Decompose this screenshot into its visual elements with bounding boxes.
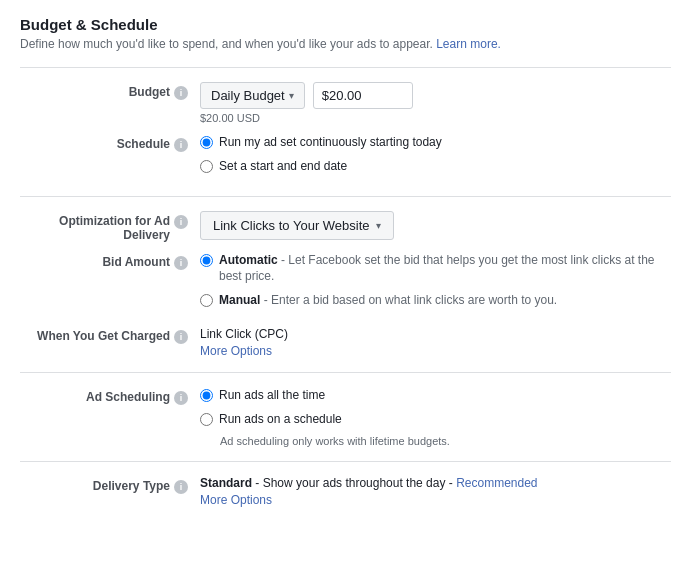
bid-manual-label[interactable]: Manual - Enter a bid based on what link … [219, 292, 557, 309]
charge-value: Link Click (CPC) [200, 327, 288, 341]
schedule-daterange-label[interactable]: Set a start and end date [219, 158, 347, 175]
delivery-dash-text: - Show your ads throughout the day - [252, 476, 456, 490]
schedule-note: Ad scheduling only works with lifetime b… [220, 435, 671, 447]
scheduling-all-time-label[interactable]: Run ads all the time [219, 387, 325, 404]
budget-section: Budget i Daily Budget ▾ $20.00 USD Sched… [20, 67, 671, 196]
ad-scheduling-content: Run ads all the time Run ads on a schedu… [200, 387, 671, 447]
schedule-continuous-radio[interactable] [200, 136, 213, 149]
budget-info-icon[interactable]: i [174, 86, 188, 100]
budget-type-dropdown[interactable]: Daily Budget ▾ [200, 82, 305, 109]
ad-scheduling-info-icon[interactable]: i [174, 391, 188, 405]
optimization-label-col: Optimization for Ad Delivery i [20, 211, 200, 242]
bid-info-icon[interactable]: i [174, 256, 188, 270]
when-charged-more-options-link[interactable]: More Options [200, 344, 671, 358]
bid-amount-row: Bid Amount i Automatic - Let Facebook se… [20, 252, 671, 316]
budget-label-col: Budget i [20, 82, 200, 100]
ad-scheduling-row: Ad Scheduling i Run ads all the time Run… [20, 387, 671, 447]
delivery-recommended-label: Recommended [456, 476, 537, 490]
when-charged-info-icon[interactable]: i [174, 330, 188, 344]
budget-schedule-section: Budget & Schedule Define how much you'd … [0, 0, 691, 537]
delivery-type-content: Standard - Show your ads throughout the … [200, 476, 671, 507]
learn-more-link[interactable]: Learn more. [436, 37, 501, 51]
schedule-option-daterange: Set a start and end date [200, 158, 671, 175]
scheduling-on-schedule-option: Run ads on a schedule [200, 411, 671, 428]
bid-content: Automatic - Let Facebook set the bid tha… [200, 252, 671, 316]
schedule-label-col: Schedule i [20, 134, 200, 152]
bid-automatic-option: Automatic - Let Facebook set the bid tha… [200, 252, 671, 286]
optimization-section: Optimization for Ad Delivery i Link Clic… [20, 196, 671, 372]
schedule-content: Run my ad set continuously starting toda… [200, 134, 671, 182]
optimization-row: Optimization for Ad Delivery i Link Clic… [20, 211, 671, 242]
delivery-type-info-icon[interactable]: i [174, 480, 188, 494]
budget-controls: Daily Budget ▾ [200, 82, 671, 109]
bid-automatic-radio[interactable] [200, 254, 213, 267]
when-charged-content: Link Click (CPC) More Options [200, 326, 671, 358]
dropdown-arrow-icon: ▾ [289, 90, 294, 101]
scheduling-on-schedule-radio[interactable] [200, 413, 213, 426]
when-charged-row: When You Get Charged i Link Click (CPC) … [20, 326, 671, 358]
budget-content: Daily Budget ▾ $20.00 USD [200, 82, 671, 124]
delivery-type-text: Standard - Show your ads throughout the … [200, 476, 671, 490]
delivery-standard-label: Standard [200, 476, 252, 490]
budget-amount-input[interactable] [313, 82, 413, 109]
schedule-daterange-radio[interactable] [200, 160, 213, 173]
optimization-arrow-icon: ▾ [376, 220, 381, 231]
page-description: Define how much you'd like to spend, and… [20, 37, 671, 51]
ad-scheduling-label-col: Ad Scheduling i [20, 387, 200, 405]
delivery-type-section: Delivery Type i Standard - Show your ads… [20, 461, 671, 521]
schedule-option-continuous: Run my ad set continuously starting toda… [200, 134, 671, 151]
delivery-type-row: Delivery Type i Standard - Show your ads… [20, 476, 671, 507]
page-title: Budget & Schedule [20, 16, 671, 33]
ad-scheduling-section: Ad Scheduling i Run ads all the time Run… [20, 372, 671, 461]
bid-label-col: Bid Amount i [20, 252, 200, 270]
bid-automatic-label[interactable]: Automatic - Let Facebook set the bid tha… [219, 252, 671, 286]
scheduling-all-time-radio[interactable] [200, 389, 213, 402]
optimization-info-icon[interactable]: i [174, 215, 188, 229]
bid-manual-option: Manual - Enter a bid based on what link … [200, 292, 671, 309]
delivery-type-label-col: Delivery Type i [20, 476, 200, 494]
when-charged-label-col: When You Get Charged i [20, 326, 200, 344]
bid-manual-radio[interactable] [200, 294, 213, 307]
budget-row: Budget i Daily Budget ▾ $20.00 USD [20, 82, 671, 124]
optimization-content: Link Clicks to Your Website ▾ [200, 211, 671, 240]
schedule-continuous-label[interactable]: Run my ad set continuously starting toda… [219, 134, 442, 151]
schedule-row: Schedule i Run my ad set continuously st… [20, 134, 671, 182]
schedule-info-icon[interactable]: i [174, 138, 188, 152]
budget-hint: $20.00 USD [200, 112, 671, 124]
optimization-dropdown[interactable]: Link Clicks to Your Website ▾ [200, 211, 394, 240]
delivery-more-options-link[interactable]: More Options [200, 493, 671, 507]
scheduling-on-schedule-label[interactable]: Run ads on a schedule [219, 411, 342, 428]
scheduling-all-time-option: Run ads all the time [200, 387, 671, 404]
